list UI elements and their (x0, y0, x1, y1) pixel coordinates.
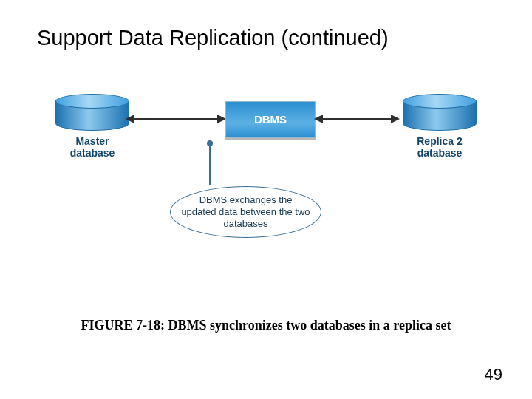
database-cylinder-icon (55, 94, 129, 131)
replica-label-line2: database (417, 147, 463, 159)
callout-bubble: DBMS exchanges the updated data between … (170, 186, 321, 238)
sync-arrow-left (134, 118, 217, 120)
dbms-label: DBMS (254, 113, 287, 126)
database-cylinder-icon (403, 94, 477, 131)
callout-connector-line (209, 143, 211, 185)
slide-title: Support Data Replication (continued) (37, 26, 389, 50)
sync-arrow-right (323, 118, 391, 120)
replica-database-node: Replica 2 database (399, 94, 480, 159)
replica-label-line1: Replica 2 (417, 135, 462, 147)
slide: Support Data Replication (continued) Mas… (0, 0, 532, 399)
master-label-line2: database (70, 147, 115, 159)
page-number: 49 (485, 365, 502, 384)
replica-database-label: Replica 2 database (399, 135, 480, 159)
dbms-box: DBMS (225, 101, 316, 138)
arrow-head-left-icon (314, 115, 323, 123)
master-label-line1: Master (75, 135, 109, 147)
arrow-head-left-icon (126, 115, 134, 123)
figure-caption: FIGURE 7-18: DBMS synchronizes two datab… (0, 318, 532, 333)
replication-diagram: Master database DBMS Replica 2 database (52, 94, 480, 183)
master-database-node: Master database (52, 94, 133, 159)
master-database-label: Master database (52, 135, 133, 159)
